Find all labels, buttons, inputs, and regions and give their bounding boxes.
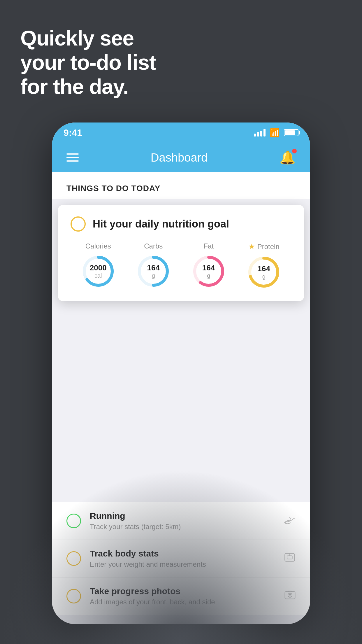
status-time: 9:41: [64, 127, 82, 138]
protein-label-wrapper: ★ Protein: [248, 242, 280, 251]
nutrition-checkbox[interactable]: [71, 216, 86, 232]
running-icon: [284, 515, 296, 527]
scrollable-content: THINGS TO DO TODAY Hit your daily nutrit…: [52, 172, 310, 624]
protein-donut: 164 g: [246, 255, 281, 290]
wifi-icon: 📶: [270, 128, 280, 138]
protein-unit: g: [258, 273, 270, 280]
calories-label: Calories: [85, 242, 111, 250]
body-stats-text: Track body stats Enter your weight and m…: [90, 549, 275, 568]
nutrition-fat: Fat 164 g: [191, 242, 226, 289]
hero-line1: Quickly see: [20, 26, 156, 50]
fat-value: 164: [202, 263, 215, 272]
carbs-label: Carbs: [144, 242, 163, 250]
progress-photos-checkbox[interactable]: [66, 589, 81, 603]
scale-icon: [284, 552, 296, 565]
nutrition-carbs: Carbs 164 g: [136, 242, 171, 289]
hero-text: Quickly see your to-do list for the day.: [20, 26, 156, 99]
battery-icon: [284, 129, 298, 136]
notification-dot: [292, 149, 297, 153]
phone-content: THINGS TO DO TODAY Hit your daily nutrit…: [52, 172, 310, 624]
hero-line2: your to-do list: [20, 50, 156, 75]
todo-body-stats[interactable]: Track body stats Enter your weight and m…: [52, 540, 310, 578]
things-todo-title: THINGS TO DO TODAY: [66, 184, 296, 193]
progress-photos-name: Take progress photos: [90, 586, 276, 596]
fat-label: Fat: [203, 242, 214, 250]
nutrition-protein: ★ Protein 164 g: [246, 242, 281, 290]
svg-point-14: [289, 594, 291, 596]
carbs-value: 164: [147, 263, 160, 272]
calories-donut: 2000 cal: [81, 254, 116, 289]
nutrition-calories: Calories 2000 cal: [81, 242, 116, 289]
body-stats-checkbox[interactable]: [66, 551, 81, 566]
protein-star-icon: ★: [248, 242, 255, 251]
card-area: Hit your daily nutrition goal Calories: [52, 199, 310, 351]
carbs-unit: g: [147, 272, 160, 279]
running-checkbox[interactable]: [66, 514, 81, 528]
photo-icon: [284, 590, 296, 603]
calories-value: 2000: [90, 263, 107, 272]
nav-bar: Dashboard 🔔: [52, 143, 310, 172]
todo-running[interactable]: Running Track your stats (target: 5km): [52, 502, 310, 540]
nutrition-card-title: Hit your daily nutrition goal: [93, 218, 229, 230]
nav-title: Dashboard: [151, 151, 208, 164]
body-stats-desc: Enter your weight and measurements: [90, 560, 275, 568]
status-bar: 9:41 📶: [52, 123, 310, 143]
nutrition-card: Hit your daily nutrition goal Calories: [58, 205, 304, 301]
protein-label: Protein: [257, 243, 280, 251]
hero-line3: for the day.: [20, 75, 156, 99]
running-desc: Track your stats (target: 5km): [90, 523, 275, 531]
hamburger-menu[interactable]: [66, 153, 79, 162]
fat-donut: 164 g: [191, 254, 226, 289]
status-icons: 📶: [254, 128, 298, 138]
svg-point-13: [288, 593, 292, 597]
protein-value: 164: [258, 264, 270, 273]
svg-rect-12: [285, 592, 295, 599]
card-header: Hit your daily nutrition goal: [71, 216, 291, 232]
things-todo-section: THINGS TO DO TODAY: [52, 172, 310, 199]
body-stats-name: Track body stats: [90, 549, 275, 559]
svg-rect-10: [287, 556, 292, 559]
fat-unit: g: [202, 272, 215, 279]
progress-photos-text: Take progress photos Add images of your …: [90, 586, 276, 606]
carbs-donut: 164 g: [136, 254, 171, 289]
nutrition-circles: Calories 2000 cal: [71, 242, 291, 290]
calories-unit: cal: [90, 272, 107, 279]
signal-icon: [254, 129, 266, 136]
todo-list: Running Track your stats (target: 5km): [52, 502, 310, 615]
phone-mockup: 9:41 📶 Dashboard 🔔: [52, 123, 310, 624]
progress-photos-desc: Add images of your front, back, and side: [90, 598, 276, 606]
notification-bell-icon[interactable]: 🔔: [280, 150, 296, 165]
todo-progress-photos[interactable]: Take progress photos Add images of your …: [52, 578, 310, 615]
running-name: Running: [90, 511, 275, 521]
running-text: Running Track your stats (target: 5km): [90, 511, 275, 531]
